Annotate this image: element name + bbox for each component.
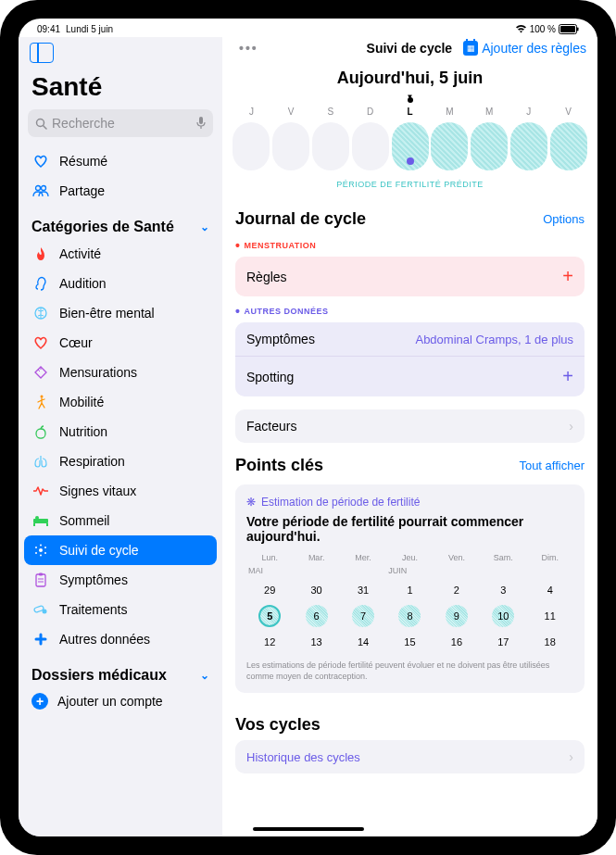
sidebar-item-partage[interactable]: Partage <box>19 176 222 206</box>
factors-row[interactable]: Facteurs › <box>235 409 585 443</box>
calendar-day[interactable]: 5 <box>258 605 281 627</box>
calendar-day[interactable]: 12 <box>258 631 281 653</box>
wifi-icon <box>515 24 527 33</box>
svg-point-18 <box>40 545 42 547</box>
sidebar-item-bed[interactable]: Sommeil <box>19 506 222 535</box>
mic-icon[interactable] <box>196 117 206 130</box>
day-column[interactable]: D <box>350 107 390 170</box>
journal-options-button[interactable]: Options <box>543 212 585 226</box>
calendar-icon: ▦ <box>463 41 478 56</box>
heart-icon <box>31 333 50 352</box>
symptoms-row[interactable]: Symptômes Abdominal Cramps, 1 de plus <box>235 322 585 356</box>
calendar-day[interactable]: 11 <box>539 605 561 627</box>
apple-icon <box>31 422 50 441</box>
calendar-day[interactable]: 17 <box>492 631 514 653</box>
lungs-icon <box>31 452 50 471</box>
fertility-estimate-card[interactable]: ❋ Estimation de période de fertilité Vot… <box>235 484 585 693</box>
sidebar-item-clipboard[interactable]: Symptômes <box>19 565 222 595</box>
calendar-day[interactable]: 29 <box>258 579 281 601</box>
day-column[interactable]: V <box>271 107 311 170</box>
search-input[interactable]: Recherche <box>28 109 213 137</box>
rules-card[interactable]: Règles + <box>235 257 585 296</box>
calendar-day[interactable]: 14 <box>352 631 374 653</box>
svg-line-4 <box>44 125 47 129</box>
fertility-label: PÉRIODE DE FERTILITÉ PRÉDITE <box>222 174 597 200</box>
calendar-day[interactable]: 10 <box>492 605 514 627</box>
sidebar: Santé Recherche RésuméPartage Catégories… <box>19 37 222 836</box>
calendar-day[interactable]: 1 <box>398 579 421 601</box>
sidebar-item-ear[interactable]: Audition <box>19 269 222 298</box>
day-column[interactable]: L <box>390 107 430 170</box>
chevron-right-icon: › <box>569 749 573 764</box>
day-column[interactable]: M <box>430 107 470 170</box>
plus-data-icon <box>31 630 50 648</box>
sidebar-item-pills[interactable]: Traitements <box>19 595 222 624</box>
heart-icon <box>31 152 50 170</box>
calendar-day[interactable]: 6 <box>306 605 328 627</box>
day-column[interactable]: J <box>232 107 271 170</box>
calendar-day[interactable]: 16 <box>446 631 468 653</box>
status-bar: 09:41 Lundi 5 juin 100 % <box>19 19 597 37</box>
day-column[interactable]: J <box>509 107 548 170</box>
add-rules-button[interactable]: ▦ Ajouter des règles <box>463 41 586 56</box>
svg-rect-14 <box>33 523 35 526</box>
svg-rect-24 <box>36 574 45 586</box>
home-indicator[interactable] <box>253 827 364 831</box>
plus-icon: + <box>562 366 573 387</box>
day-column[interactable]: V <box>548 107 588 170</box>
sidebar-item-cycle[interactable]: Suivi de cycle <box>24 535 217 565</box>
calendar-day[interactable]: 18 <box>539 631 561 653</box>
sidebar-item-lungs[interactable]: Respiration <box>19 446 222 476</box>
battery-icon <box>559 24 579 34</box>
calendar-day[interactable]: 7 <box>352 605 374 627</box>
calendar-day[interactable]: 3 <box>492 579 514 601</box>
plus-icon: + <box>562 266 573 287</box>
sidebar-item-walk[interactable]: Mobilité <box>19 387 222 417</box>
calendar-day[interactable]: 8 <box>398 605 421 627</box>
calendar-day[interactable]: 31 <box>352 579 374 601</box>
sidebar-item-vitals[interactable]: Signes vitaux <box>19 476 222 506</box>
calendar-day[interactable]: 4 <box>539 579 561 601</box>
svg-point-17 <box>39 548 43 552</box>
svg-point-22 <box>35 552 37 554</box>
people-icon <box>31 182 50 200</box>
week-strip[interactable]: JVSDLMMJV <box>222 95 597 174</box>
svg-rect-2 <box>577 27 579 31</box>
cycle-icon <box>31 541 50 560</box>
show-all-button[interactable]: Tout afficher <box>519 459 585 472</box>
svg-point-21 <box>40 555 42 557</box>
sidebar-item-brain[interactable]: Bien-être mental <box>19 298 222 328</box>
clipboard-icon <box>31 571 50 589</box>
calendar-day[interactable]: 13 <box>306 631 328 653</box>
cycle-history-row[interactable]: Historique des cycles › <box>235 740 585 773</box>
chevron-down-icon: ⌄ <box>200 220 209 233</box>
day-column[interactable]: M <box>470 107 509 170</box>
walk-icon <box>31 393 50 411</box>
svg-point-8 <box>42 186 46 191</box>
cycle-estimate-icon: ❋ <box>246 496 256 509</box>
sidebar-item-apple[interactable]: Nutrition <box>19 417 222 446</box>
svg-rect-5 <box>199 117 203 124</box>
categories-header[interactable]: Catégories de Santé ⌄ <box>19 206 222 239</box>
sidebar-item-flame[interactable]: Activité <box>19 239 222 269</box>
sidebar-item-ruler[interactable]: Mensurations <box>19 358 222 387</box>
calendar-day[interactable]: 2 <box>446 579 468 601</box>
menstruation-label: MENSTRUATION <box>235 234 585 257</box>
more-icon[interactable]: ••• <box>233 41 264 56</box>
sidebar-toggle-icon[interactable] <box>30 43 54 63</box>
spotting-row[interactable]: Spotting + <box>235 356 585 396</box>
medical-records-header[interactable]: Dossiers médicaux ⌄ <box>19 654 222 687</box>
day-column[interactable]: S <box>311 107 351 170</box>
calendar-day[interactable]: 15 <box>398 631 421 653</box>
add-account-button[interactable]: + Ajouter un compte <box>19 687 222 715</box>
sidebar-item-résumé[interactable]: Résumé <box>19 146 222 176</box>
vitals-icon <box>31 482 50 500</box>
calendar-day[interactable]: 9 <box>446 605 468 627</box>
svg-point-19 <box>44 547 46 548</box>
sidebar-item-heart[interactable]: Cœur <box>19 328 222 358</box>
svg-point-16 <box>35 516 39 520</box>
svg-point-23 <box>35 547 37 548</box>
calendar-day[interactable]: 30 <box>306 579 328 601</box>
app-title: Santé <box>19 69 222 109</box>
sidebar-item-plus-data[interactable]: Autres données <box>19 624 222 654</box>
